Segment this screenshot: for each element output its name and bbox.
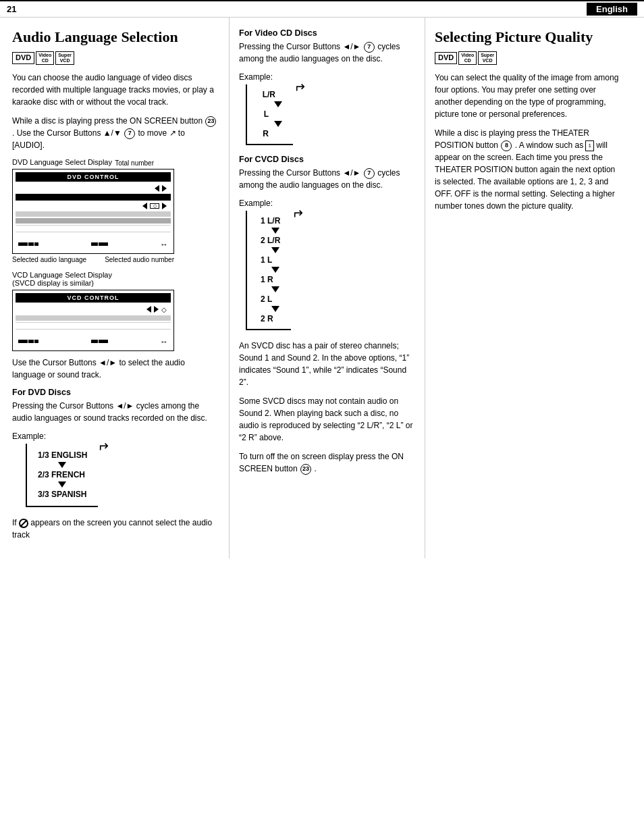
for-cvcd-text: Pressing the Cursor Buttons ◄/► 7 cycles…	[239, 167, 415, 191]
theater-icon: 1	[585, 140, 593, 151]
dvd-cycle-item-1: 1/3 ENGLISH	[38, 450, 87, 460]
picture-quality-intro: You can select the quality of the image …	[435, 72, 622, 120]
for-dvd-text: Pressing the Cursor Buttons ◄/► cycles a…	[12, 400, 219, 424]
dvd-example: Example: ↵ 1/3 ENGLISH 2/3 FRENCH 3/3 SP…	[12, 431, 219, 507]
for-video-cd-title: For Video CD Discs	[239, 28, 415, 38]
vcd-cycle-r: R	[261, 129, 269, 138]
cvcd-2r: 2 R	[261, 314, 280, 323]
vcd-cycle-l: L	[261, 109, 269, 119]
left-arrow-icon2	[142, 203, 147, 209]
svcd-text1: An SVCD disc has a pair of stereo channe…	[239, 340, 415, 388]
svcd-text2: Some SVCD discs may not contain audio on…	[239, 395, 415, 444]
dvd-display-container: DVD Language Select Display Total number…	[12, 158, 219, 264]
no-symbol-icon	[19, 519, 28, 528]
dvd-diagram-box: DVD CONTROL ◇	[12, 169, 174, 254]
for-cvcd-title: For CVCD Discs	[239, 155, 415, 164]
selected-audio-language-label: Selected audio language	[12, 256, 86, 263]
dvd-badge-right: DVD	[435, 52, 457, 63]
button-7-badge: 7	[124, 128, 135, 139]
left-column: Audio Language Selection DVD Video CD Su…	[0, 18, 230, 558]
vcd-cycle-lr: L/R	[261, 90, 275, 99]
vcd-down-2	[274, 121, 282, 127]
selected-audio-number-label: Selected audio number	[105, 256, 174, 263]
video-cd-example: Example: ↵ L/R L R	[239, 72, 415, 145]
cvcd-1lr: 1 L/R	[261, 216, 280, 226]
vcd-display-label: VCD Language Select Display (SVCD displa…	[12, 271, 219, 287]
vcd-return-arrow: ↵	[294, 79, 305, 95]
audio-section-title: Audio Language Selection	[12, 28, 219, 46]
left-arrow-icon	[155, 185, 159, 192]
for-dvd-section: For DVD Discs Pressing the Cursor Button…	[12, 388, 219, 507]
vcd-left-arrow	[146, 306, 151, 313]
button-8-badge: 8	[501, 140, 512, 151]
total-number-label: Total number	[115, 159, 154, 167]
cvcd-2lr: 2 L/R	[261, 236, 280, 245]
button-23-badge: 23	[205, 116, 216, 127]
intro-text-left: You can choose the audio language of vid…	[12, 72, 219, 108]
cvcd-btn7: 7	[364, 168, 375, 179]
mid-column: For Video CD Discs Pressing the Cursor B…	[230, 18, 425, 558]
while-disc-text: While a disc is playing press the ON SCR…	[12, 115, 219, 151]
vcd-display-container: VCD Language Select Display (SVCD displa…	[12, 271, 219, 351]
dvd-cycle-item-3: 3/3 SPANISH	[38, 490, 87, 499]
down-arrow-2	[58, 481, 66, 488]
for-video-cd-section: For Video CD Discs Pressing the Cursor B…	[239, 28, 415, 145]
cvcd-example: Example: ↵ 1 L/R 2 L/R 1 L 1 R 2 L	[239, 198, 415, 330]
down-arrow-1	[58, 462, 66, 468]
right-column: Selecting Picture Quality DVD Video CD S…	[425, 18, 632, 558]
page-header: 21 English	[0, 0, 644, 18]
format-badges-right: DVD Video CD Super VCD	[435, 51, 622, 64]
cvcd-1r: 1 R	[261, 275, 280, 284]
main-content: Audio Language Selection DVD Video CD Su…	[0, 18, 644, 558]
for-cvcd-section: For CVCD Discs Pressing the Cursor Butto…	[239, 155, 415, 330]
format-badges-left: DVD Video CD Super VCD	[12, 51, 219, 64]
vcd-down-1	[274, 101, 282, 107]
right-arrow-icon2	[162, 203, 167, 209]
picture-quality-title: Selecting Picture Quality	[435, 28, 622, 46]
use-cursor-text: Use the Cursor Buttons ◄/► to select the…	[12, 357, 219, 381]
video-cd-badge-right: Video CD	[458, 51, 477, 64]
cvcd-2l: 2 L	[261, 294, 280, 304]
dvd-example-label: Example:	[12, 432, 46, 441]
vcd-right-arrow	[154, 306, 159, 313]
page-language: English	[587, 3, 637, 16]
turn-off-text: To turn off the on screen display press …	[239, 450, 415, 475]
video-cd-btn7: 7	[364, 42, 375, 53]
cvcd-example-label: Example:	[239, 199, 273, 208]
return-arrow-icon: ↵	[97, 438, 109, 454]
super-vcd-badge-right: Super VCD	[478, 51, 497, 64]
vcd-diagram-box: VCD CONTROL ◇	[12, 290, 174, 351]
for-dvd-title: For DVD Discs	[12, 388, 219, 397]
page-number: 21	[7, 4, 16, 14]
turn-off-btn23: 23	[300, 464, 311, 475]
no-symbol-text: If appears on the screen you cannot sele…	[12, 517, 219, 541]
cvcd-1l: 1 L	[261, 255, 280, 265]
super-vcd-badge: Super VCD	[55, 51, 74, 64]
dvd-control-header: DVD CONTROL	[16, 172, 171, 182]
video-cd-example-label: Example:	[239, 72, 273, 82]
right-arrow-icon	[162, 185, 167, 192]
cvcd-return-arrow: ↵	[292, 205, 303, 221]
theater-position-text: While a disc is playing press the THEATE…	[435, 127, 622, 212]
dvd-badge: DVD	[12, 52, 34, 63]
video-cd-badge: Video CD	[36, 51, 54, 64]
for-video-cd-text: Pressing the Cursor Buttons ◄/► 7 cycles…	[239, 41, 415, 65]
dvd-cycle-item-2: 2/3 FRENCH	[38, 470, 87, 479]
vcd-control-header: VCD CONTROL	[16, 293, 171, 303]
